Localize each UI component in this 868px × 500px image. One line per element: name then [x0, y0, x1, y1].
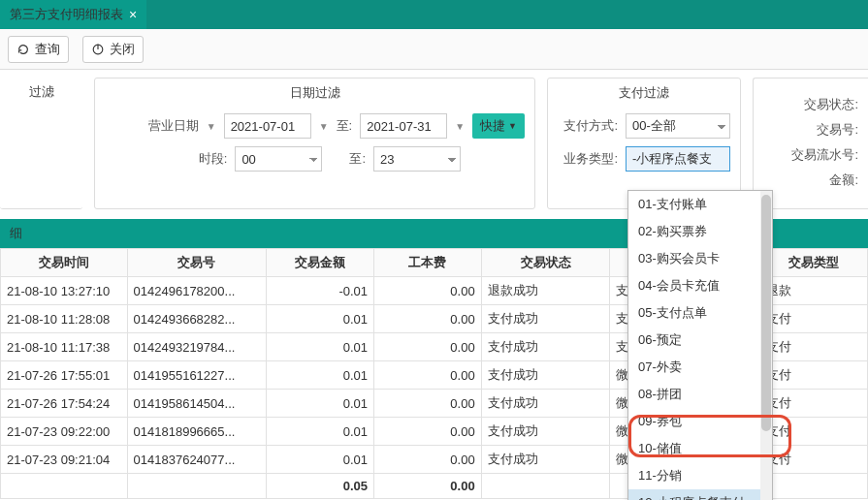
footer-cell	[127, 474, 267, 499]
cell: 0142493668282...	[127, 305, 267, 333]
section-title: 细	[10, 226, 22, 240]
cell: 支付成功	[481, 446, 610, 474]
cell: 支付	[760, 361, 868, 390]
biz-date-label: 营业日期	[148, 117, 199, 135]
cell: 支付成功	[481, 305, 610, 333]
time-from-select[interactable]	[235, 146, 322, 172]
cell: 支付成功	[481, 418, 610, 446]
chevron-down-icon[interactable]: ▼	[455, 121, 465, 132]
cell: 0.01	[267, 418, 374, 446]
col-header[interactable]: 交易金额	[267, 249, 374, 277]
cell: 21-08-10 11:17:38	[1, 333, 128, 361]
biz-type-select[interactable]	[626, 146, 730, 172]
cell: 退款成功	[481, 277, 610, 305]
close-icon[interactable]: ×	[129, 7, 137, 22]
cell: 0142496178200...	[127, 277, 267, 305]
cell: 21-07-23 09:22:00	[1, 418, 128, 446]
cell: 0.00	[374, 305, 482, 333]
tab-bar: 第三方支付明细报表 ×	[0, 0, 868, 29]
refresh-icon	[16, 43, 30, 56]
flow-no-label: 交易流水号:	[791, 146, 858, 164]
cell: 退款	[760, 277, 868, 305]
date-to-input[interactable]	[360, 113, 447, 139]
cell: 21-08-10 11:28:08	[1, 305, 128, 333]
cell: 0142493219784...	[127, 333, 267, 361]
col-header[interactable]: 交易类型	[760, 249, 868, 277]
dropdown-item[interactable]: 08-拼团	[628, 381, 772, 408]
quick-button[interactable]: 快捷▼	[472, 113, 525, 139]
cell: 21-07-26 17:55:01	[1, 361, 128, 390]
cell: 0.01	[267, 333, 374, 361]
cell: 21-08-10 13:27:10	[1, 277, 128, 305]
biz-type-label: 业务类型:	[563, 150, 618, 168]
cell: 0.01	[267, 446, 374, 474]
cell: 0.00	[374, 361, 482, 390]
amount-label: 金额:	[829, 172, 858, 189]
cell: 支付	[760, 333, 868, 361]
chevron-down-icon[interactable]: ▼	[319, 121, 329, 132]
panel-title-date: 日期过滤	[95, 78, 534, 108]
cell: 支付成功	[481, 333, 610, 361]
cell: 0141837624077...	[127, 446, 267, 474]
cell: 支付	[760, 390, 868, 418]
scrollbar-thumb[interactable]	[761, 195, 771, 431]
dropdown-item[interactable]: 09-券包	[628, 408, 772, 435]
footer-cell	[760, 474, 868, 499]
dropdown-item[interactable]: 12-小程序点餐支付	[628, 489, 772, 500]
dropdown-item[interactable]: 06-预定	[628, 327, 772, 354]
cell: 支付	[760, 446, 868, 474]
cell: 0141955161227...	[127, 361, 267, 390]
pay-method-select[interactable]	[626, 113, 730, 139]
time-to-select[interactable]	[373, 146, 461, 172]
cell: 0141818996665...	[127, 418, 267, 446]
cell: 0.00	[374, 446, 482, 474]
cell: 支付	[760, 305, 868, 333]
footer-cell	[1, 474, 128, 499]
dropdown-item[interactable]: 05-支付点单	[628, 299, 772, 327]
toolbar: 查询 关闭	[0, 29, 868, 70]
dropdown-item[interactable]: 07-外卖	[628, 354, 772, 381]
col-header[interactable]: 工本费	[374, 249, 482, 277]
cell: 0.00	[374, 277, 482, 305]
power-icon	[91, 43, 105, 56]
pay-method-label: 支付方式:	[563, 117, 618, 135]
to-label-2: 至:	[349, 150, 366, 168]
col-header[interactable]: 交易状态	[481, 249, 610, 277]
cell: 0.00	[374, 390, 482, 418]
col-header[interactable]: 交易号	[127, 249, 267, 277]
chevron-down-icon[interactable]: ▼	[207, 121, 216, 132]
close-label: 关闭	[110, 41, 135, 58]
cell: 支付	[760, 418, 868, 446]
footer-cell: 0.00	[374, 474, 482, 499]
time-label: 时段:	[199, 150, 228, 168]
cell: 21-07-23 09:21:04	[1, 446, 128, 474]
cell: 0.01	[267, 390, 374, 418]
biz-type-dropdown: 01-支付账单02-购买票券03-购买会员卡04-会员卡充值05-支付点单06-…	[627, 190, 773, 500]
status-label: 交易状态:	[804, 96, 858, 113]
date-from-input[interactable]	[224, 113, 311, 139]
dropdown-item[interactable]: 03-购买会员卡	[628, 245, 772, 272]
col-header[interactable]: 交易时间	[1, 249, 128, 277]
close-button[interactable]: 关闭	[82, 36, 144, 63]
chevron-down-icon: ▼	[508, 121, 517, 131]
cell: 支付成功	[481, 361, 610, 390]
query-button[interactable]: 查询	[8, 36, 69, 63]
cell: -0.01	[267, 277, 374, 305]
dropdown-item[interactable]: 04-会员卡充值	[628, 272, 772, 299]
tab-report[interactable]: 第三方支付明细报表 ×	[0, 0, 146, 29]
footer-cell	[481, 474, 610, 499]
cell: 0141958614504...	[127, 390, 267, 418]
scrollbar[interactable]	[760, 191, 772, 500]
panel-filter-left: 过滤	[0, 78, 82, 209]
cell: 0.01	[267, 305, 374, 333]
cell: 21-07-26 17:54:24	[1, 390, 128, 418]
dropdown-item[interactable]: 01-支付账单	[628, 191, 772, 218]
cell: 支付成功	[481, 390, 610, 418]
dropdown-item[interactable]: 11-分销	[628, 462, 772, 489]
dropdown-item[interactable]: 02-购买票券	[628, 218, 772, 245]
panel-date-filter: 日期过滤 营业日期 ▼ ▼ 至: ▼ 快捷▼ 时段: 至:	[94, 78, 535, 209]
panel-title-pay: 支付过滤	[548, 78, 740, 108]
query-label: 查询	[35, 41, 60, 58]
cell: 0.00	[374, 418, 482, 446]
dropdown-item[interactable]: 10-储值	[628, 435, 772, 462]
